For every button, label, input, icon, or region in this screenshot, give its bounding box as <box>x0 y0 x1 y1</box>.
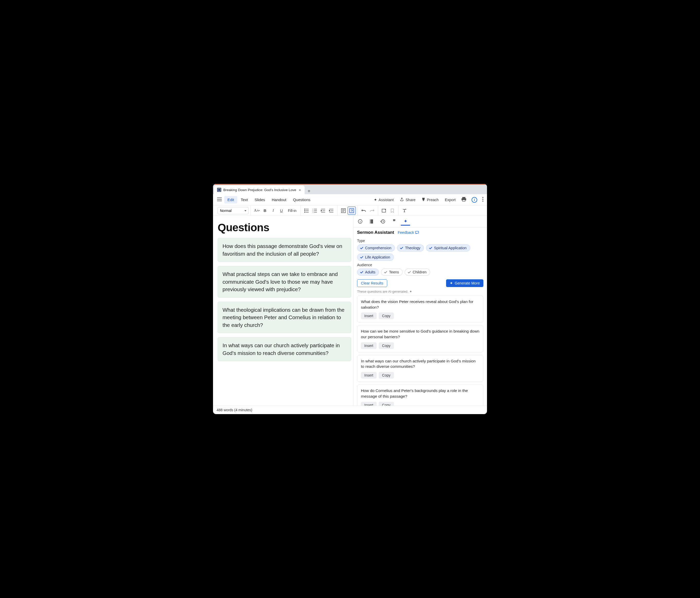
assistant-button[interactable]: ✦ Assistant <box>371 196 396 203</box>
type-chip[interactable]: Life Application <box>357 254 394 261</box>
type-label: Type <box>357 239 483 243</box>
view-tabs: Edit Text Slides Handout Questions <box>224 196 314 203</box>
audience-chip[interactable]: Adults <box>357 269 379 276</box>
generated-question-card: What does the vision Peter receives reve… <box>357 296 483 323</box>
audience-label: Audience <box>357 263 483 267</box>
generated-question-card: In what ways can our church actively par… <box>357 355 483 382</box>
view-handout[interactable]: Handout <box>269 196 290 203</box>
generated-text: How can we be more sensitive to God's gu… <box>361 328 479 340</box>
svg-rect-20 <box>416 231 419 233</box>
font-size-button[interactable]: AA▾ <box>253 207 260 215</box>
svg-point-6 <box>305 208 305 209</box>
history-tab-icon[interactable] <box>378 217 388 226</box>
quote-tab-icon[interactable]: ❞ <box>390 217 399 226</box>
svg-rect-18 <box>371 219 371 224</box>
generate-more-button[interactable]: ✦ Generate More <box>446 279 483 287</box>
generated-text: In what ways can our church actively par… <box>361 358 479 369</box>
insert-image-icon[interactable] <box>380 207 388 215</box>
italic-button[interactable]: I <box>269 207 277 215</box>
undo-icon[interactable] <box>360 207 368 215</box>
bookmark-icon[interactable] <box>389 207 396 215</box>
ai-generated-note: These questions are AI-generated. ✦ <box>357 290 483 294</box>
kebab-icon[interactable] <box>480 196 485 204</box>
format-toolbar: Normal AA▾ B I U Fill-in 123 ? <box>213 205 487 216</box>
text-block-icon[interactable] <box>340 207 347 215</box>
svg-text:?: ? <box>351 209 353 213</box>
copy-button[interactable]: Copy <box>379 372 394 379</box>
side-panel: ❞ ✦ Sermon Assistant Feedback Type Compr… <box>353 216 487 406</box>
type-chips: ComprehensionTheologySpiritual Applicati… <box>357 244 483 261</box>
insert-button[interactable]: Insert <box>361 402 377 406</box>
clear-results-button[interactable]: Clear Results <box>357 279 387 287</box>
page-title: Questions <box>218 221 351 234</box>
bold-button[interactable]: B <box>261 207 269 215</box>
assistant-tab-icon[interactable]: ✦ <box>401 217 410 226</box>
generated-text: What does the vision Peter receives reve… <box>361 299 479 310</box>
question-block[interactable]: What theological implications can be dra… <box>218 302 351 333</box>
tab-title: Breaking Down Prejudice: God's Inclusive… <box>223 188 296 192</box>
insert-button[interactable]: Insert <box>361 313 377 319</box>
type-chip[interactable]: Spiritual Application <box>426 244 470 252</box>
underline-button[interactable]: U <box>278 207 285 215</box>
style-select[interactable]: Normal <box>218 207 249 214</box>
insert-button[interactable]: Insert <box>361 342 377 349</box>
copy-button[interactable]: Copy <box>379 342 394 349</box>
view-questions[interactable]: Questions <box>290 196 314 203</box>
question-block[interactable]: How does this passage demonstrate God's … <box>218 238 351 262</box>
tab-strip: Breaking Down Prejudice: God's Inclusive… <box>213 184 487 194</box>
editor-pane[interactable]: Questions How does this passage demonstr… <box>213 216 353 406</box>
copy-button[interactable]: Copy <box>379 313 394 319</box>
side-panel-tabs: ❞ ✦ <box>353 216 487 227</box>
app-window: Breaking Down Prejudice: God's Inclusive… <box>213 184 487 414</box>
redo-icon[interactable] <box>368 207 376 215</box>
svg-rect-2 <box>462 200 465 201</box>
generated-text: How do Cornelius and Peter's backgrounds… <box>361 388 479 399</box>
question-block[interactable]: In what ways can our church actively par… <box>218 337 351 361</box>
share-icon <box>400 197 404 202</box>
view-edit[interactable]: Edit <box>224 196 237 203</box>
type-chip[interactable]: Comprehension <box>357 244 395 252</box>
sparkle-icon: ✦ <box>374 198 377 202</box>
svg-point-5 <box>482 201 483 202</box>
hamburger-icon[interactable] <box>215 196 224 204</box>
preach-button[interactable]: Preach <box>419 196 441 204</box>
audience-chip[interactable]: Teens <box>381 269 403 276</box>
svg-point-3 <box>482 197 483 198</box>
fillin-button[interactable]: Fill-in <box>286 208 298 213</box>
generated-question-card: How can we be more sensitive to God's gu… <box>357 325 483 352</box>
export-button[interactable]: Export <box>442 196 458 203</box>
new-tab-button[interactable]: + <box>305 188 313 194</box>
type-chip[interactable]: Theology <box>397 244 424 252</box>
sparkle-icon: ✦ <box>450 281 453 285</box>
indent-icon[interactable] <box>327 207 335 215</box>
status-bar: 488 words (4 minutes) <box>213 406 487 414</box>
share-button[interactable]: Share <box>397 196 418 204</box>
word-count: 488 words (4 minutes) <box>217 408 252 412</box>
generated-question-card: How do Cornelius and Peter's backgrounds… <box>357 384 483 406</box>
info-tab-icon[interactable] <box>355 217 365 226</box>
copy-button[interactable]: Copy <box>379 402 394 406</box>
close-icon[interactable]: × <box>298 188 301 192</box>
bible-tab-icon[interactable] <box>367 217 376 226</box>
view-slides[interactable]: Slides <box>251 196 268 203</box>
info-icon[interactable]: i <box>470 196 479 204</box>
panel-title: Sermon Assistant <box>357 230 394 235</box>
podium-icon <box>422 197 425 202</box>
svg-point-4 <box>482 199 483 200</box>
question-block-icon[interactable]: ? <box>348 207 355 215</box>
tab-favicon <box>217 188 221 192</box>
svg-rect-17 <box>370 219 373 224</box>
print-icon[interactable] <box>459 196 469 204</box>
feedback-link[interactable]: Feedback <box>398 230 419 234</box>
browser-tab[interactable]: Breaking Down Prejudice: God's Inclusive… <box>214 185 305 194</box>
svg-text:3: 3 <box>312 211 313 213</box>
number-list-icon[interactable]: 123 <box>311 207 319 215</box>
view-text[interactable]: Text <box>238 196 251 203</box>
bullet-list-icon[interactable] <box>303 207 310 215</box>
outdent-icon[interactable] <box>319 207 327 215</box>
question-block[interactable]: What practical steps can we take to embr… <box>218 266 351 298</box>
sparkle-icon: ✦ <box>409 290 412 294</box>
audience-chip[interactable]: Children <box>405 269 430 276</box>
clear-format-icon[interactable] <box>401 207 408 215</box>
insert-button[interactable]: Insert <box>361 372 377 379</box>
